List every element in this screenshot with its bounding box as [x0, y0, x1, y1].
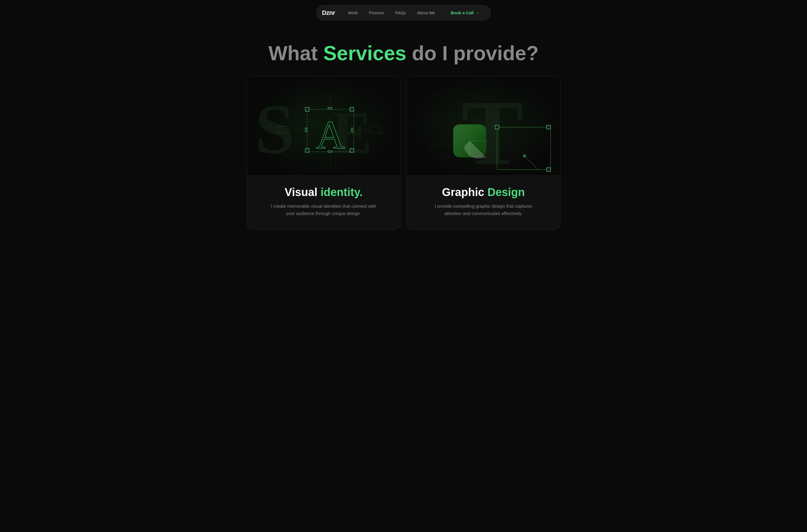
nav-links: Work Process FAQs About Me: [343, 8, 440, 17]
logo[interactable]: Dznr: [322, 9, 335, 17]
book-call-button[interactable]: Book a Call →: [445, 8, 485, 17]
svg-rect-23: [547, 125, 551, 129]
hero-section: What Services do I provide?: [0, 25, 807, 76]
service-card-graphic-design: T: [406, 76, 561, 230]
svg-rect-5: [305, 149, 309, 153]
svg-rect-24: [547, 168, 551, 172]
graphic-design-description: I provide compelling graphic design that…: [427, 203, 539, 217]
graphic-design-title: Graphic Design: [417, 186, 550, 198]
graphic-design-content: Graphic Design I provide compelling grap…: [407, 176, 560, 229]
visual-identity-description: I create memorable visual identities tha…: [268, 203, 380, 217]
hero-title: What Services do I provide?: [6, 42, 801, 64]
svg-rect-9: [305, 128, 307, 132]
svg-rect-3: [305, 108, 309, 111]
svg-rect-27: [431, 145, 451, 156]
graphic-design-illustration: T: [407, 76, 560, 176]
nav-faqs[interactable]: FAQs: [390, 8, 411, 17]
service-card-visual-identity: S E A: [246, 76, 401, 230]
nav-process[interactable]: Process: [364, 8, 389, 17]
navbar: Dznr Work Process FAQs About Me Book a C…: [0, 0, 807, 25]
svg-point-26: [523, 155, 526, 157]
nav-about[interactable]: About Me: [412, 8, 440, 17]
nav-container: Dznr Work Process FAQs About Me Book a C…: [316, 5, 491, 20]
services-section: S E A: [235, 76, 572, 246]
svg-text:S: S: [255, 90, 295, 169]
visual-identity-title: Visual identity.: [257, 186, 390, 198]
visual-identity-content: Visual identity. I create memorable visu…: [247, 176, 400, 229]
svg-rect-4: [350, 108, 354, 111]
svg-rect-6: [350, 149, 354, 153]
visual-identity-illustration: S E A: [247, 76, 400, 176]
svg-line-25: [525, 156, 538, 170]
svg-rect-10: [351, 128, 353, 132]
svg-rect-7: [328, 108, 332, 109]
svg-text:A: A: [316, 113, 345, 157]
svg-rect-22: [495, 125, 499, 129]
nav-work[interactable]: Work: [343, 8, 363, 17]
